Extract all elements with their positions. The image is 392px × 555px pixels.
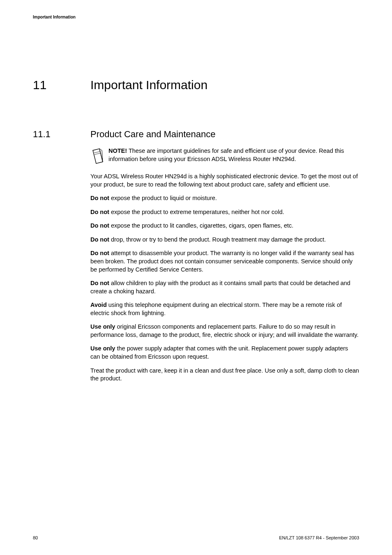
note-icon — [90, 148, 104, 167]
note-label: NOTE! — [108, 147, 127, 154]
paragraph-rest: using this telephone equipment during an… — [90, 302, 342, 316]
note-body: These are important guidelines for safe … — [108, 147, 344, 162]
chapter-title: Important Information — [90, 78, 208, 92]
lead-bold: Do not — [90, 280, 109, 286]
note-text: NOTE! These are important guidelines for… — [108, 147, 359, 163]
paragraph-rest: expose the product to extreme temperatur… — [109, 209, 284, 215]
paragraph-do-not-liquid: Do not expose the product to liquid or m… — [90, 194, 359, 203]
paragraph-do-not-flames: Do not expose the product to lit candles… — [90, 222, 359, 230]
section-number: 11.1 — [33, 129, 90, 140]
chapter-number: 11 — [33, 78, 90, 92]
paragraph-avoid-storm: Avoid using this telephone equipment dur… — [90, 301, 359, 317]
paragraph-rest: drop, throw or try to bend the product. … — [109, 236, 326, 243]
section-heading: 11.1 Product Care and Maintenance — [33, 129, 359, 140]
paragraph-do-not-temp: Do not expose the product to extreme tem… — [90, 208, 359, 216]
page-number: 80 — [33, 535, 38, 540]
lead-bold: Use only — [90, 323, 115, 330]
chapter-heading: 11 Important Information — [33, 78, 359, 92]
lead-bold: Avoid — [90, 302, 107, 308]
paragraph-use-only-parts: Use only original Ericsson components an… — [90, 323, 359, 339]
document-id: EN/LZT 108 6377 R4 - September 2003 — [279, 535, 359, 540]
lead-bold: Do not — [90, 209, 109, 215]
paragraph-care: Treat the product with care, keep it in … — [90, 367, 359, 383]
lead-bold: Do not — [90, 222, 109, 229]
lead-bold: Use only — [90, 345, 115, 352]
paragraph-do-not-drop: Do not drop, throw or try to bend the pr… — [90, 236, 359, 244]
paragraph-rest: expose the product to lit candles, cigar… — [109, 222, 293, 229]
paragraph-rest: allow children to play with the product … — [90, 280, 350, 295]
lead-bold: Do not — [90, 236, 109, 243]
lead-bold: Do not — [90, 195, 109, 201]
paragraph-use-only-adapter: Use only the power supply adapter that c… — [90, 345, 359, 361]
note-block: NOTE! These are important guidelines for… — [90, 147, 359, 167]
paragraph-do-not-children: Do not allow children to play with the p… — [90, 279, 359, 295]
lead-bold: Do not — [90, 250, 109, 256]
intro-paragraph: Your ADSL Wireless Router HN294d is a hi… — [90, 173, 359, 189]
section-title: Product Care and Maintenance — [90, 129, 216, 140]
running-header: Important Information — [33, 15, 76, 19]
page-footer: 80 EN/LZT 108 6377 R4 - September 2003 — [33, 535, 359, 540]
paragraph-do-not-disassemble: Do not attempt to disassemble your produ… — [90, 249, 359, 274]
paragraph-rest: expose the product to liquid or moisture… — [109, 195, 217, 201]
paragraph-rest: the power supply adapter that comes with… — [90, 345, 348, 360]
paragraph-rest: attempt to disassemble your product. The… — [90, 250, 354, 272]
paragraph-rest: original Ericsson components and replace… — [90, 323, 359, 338]
